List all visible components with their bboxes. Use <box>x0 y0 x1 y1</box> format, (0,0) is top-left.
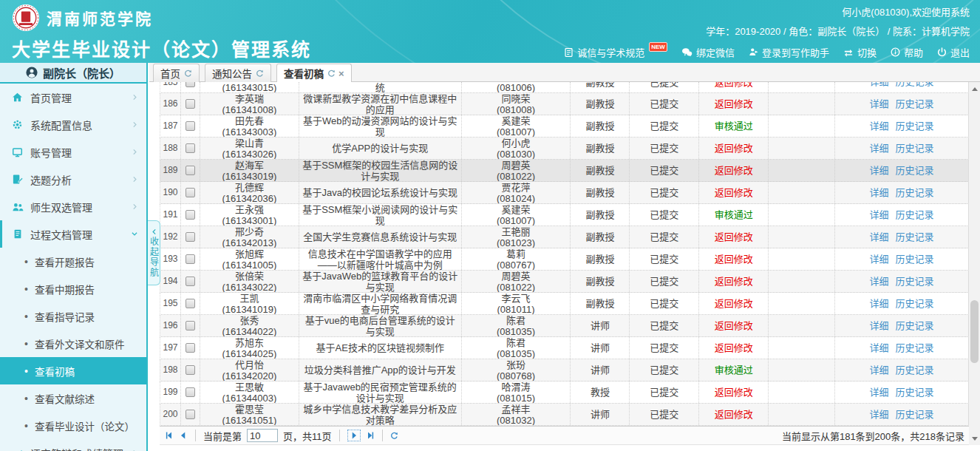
detail-link[interactable]: 详细 <box>870 364 889 376</box>
history-link[interactable]: 历史记录 <box>896 82 934 87</box>
row-checkbox[interactable] <box>186 387 195 397</box>
detail-link[interactable]: 详细 <box>870 187 889 198</box>
detail-link[interactable]: 详细 <box>870 209 889 220</box>
topmenu-switch[interactable]: 切换 <box>843 45 877 59</box>
history-link[interactable]: 历史记录 <box>896 121 934 132</box>
row-checkbox[interactable] <box>186 254 195 264</box>
history-link[interactable]: 历史记录 <box>896 143 934 154</box>
close-icon[interactable]: × <box>338 68 344 79</box>
topmenu-logout[interactable]: 退出 <box>937 45 970 59</box>
detail-link[interactable]: 详细 <box>870 254 889 265</box>
detail-link[interactable]: 详细 <box>870 276 889 287</box>
history-link[interactable]: 历史记录 <box>896 320 934 331</box>
row-checkbox[interactable] <box>186 410 195 419</box>
history-link[interactable]: 历史记录 <box>896 187 934 198</box>
row-checkbox[interactable] <box>186 99 195 109</box>
topmenu-label: 诚信与学术规范 <box>577 45 644 59</box>
detail-link[interactable]: 详细 <box>870 98 889 109</box>
sidebar-item-review-grades[interactable]: 评审答辩和成绩管理 <box>0 439 146 451</box>
sidebar-subitem[interactable]: •查看指导记录 <box>0 302 146 330</box>
detail-link[interactable]: 详细 <box>870 143 889 154</box>
rank-cell: 副教授 <box>571 82 630 92</box>
sidebar-subitem[interactable]: •查看毕业设计（论文） <box>0 412 146 439</box>
detail-link[interactable]: 详细 <box>870 409 889 420</box>
sidebar-subitem-label: 查看指导记录 <box>35 309 95 324</box>
topmenu-integrity[interactable]: 诚信与学术规范NEW <box>564 45 667 59</box>
row-number-text: 193 <box>163 254 177 265</box>
sidebar-item-topic-analysis[interactable]: 选题分析 <box>0 166 146 193</box>
row-checkbox[interactable] <box>186 82 195 87</box>
topmenu-help[interactable]: 帮助 <box>891 45 923 59</box>
row-checkbox[interactable] <box>186 277 195 286</box>
new-badge: NEW <box>649 42 667 52</box>
scroll-up-button[interactable] <box>969 83 980 95</box>
tab-home[interactable]: 首页 <box>153 64 200 82</box>
refresh-grid-button[interactable] <box>390 432 398 440</box>
history-link[interactable]: 历史记录 <box>896 209 934 220</box>
row-checkbox[interactable] <box>186 365 195 375</box>
sidebar-subitem[interactable]: •查看初稿 <box>0 357 146 384</box>
review-cell: 审核通过 <box>699 115 769 137</box>
page-number-input[interactable] <box>247 429 278 442</box>
sidebar-item-process-docs[interactable]: 过程文档管理 <box>0 220 146 248</box>
row-checkbox[interactable] <box>186 188 195 197</box>
row-checkbox[interactable] <box>186 210 195 220</box>
detail-link[interactable]: 详细 <box>870 387 889 398</box>
row-checkbox[interactable] <box>186 343 195 353</box>
row-checkbox[interactable] <box>186 299 195 308</box>
sidebar-item-pairing[interactable]: 师生双选管理 <box>0 193 146 220</box>
history-link[interactable]: 历史记录 <box>896 409 934 420</box>
student-name: 梁山青 <box>235 138 264 149</box>
scrollbar-thumb[interactable] <box>970 300 979 363</box>
sidebar-item-system-config[interactable]: 系统配置信息 <box>0 111 146 138</box>
detail-link[interactable]: 详细 <box>870 121 889 132</box>
history-link[interactable]: 历史记录 <box>896 254 934 265</box>
history-link[interactable]: 历史记录 <box>896 342 934 353</box>
status-cell: 已提交 <box>630 382 699 403</box>
sidebar-item-accounts[interactable]: 账号管理 <box>0 138 146 166</box>
history-link[interactable]: 历史记录 <box>896 98 934 109</box>
collapse-nav-handle[interactable]: 收起导航 <box>148 220 160 285</box>
prev-page-button[interactable] <box>179 431 188 440</box>
row-checkbox[interactable] <box>186 121 195 131</box>
sidebar-subitem[interactable]: •查看中期报告 <box>0 275 146 302</box>
topmenu-writing-assistant[interactable]: 登录到写作助手 <box>749 45 829 59</box>
row-number-text: 195 <box>163 298 177 309</box>
scroll-down-button[interactable] <box>969 433 980 444</box>
sidebar-subitem-label: 查看开题报告 <box>35 254 95 269</box>
detail-link[interactable]: 详细 <box>870 231 889 243</box>
tab-first-draft[interactable]: 查看初稿× <box>276 64 352 82</box>
sidebar-subitem[interactable]: •查看文献综述 <box>0 384 146 412</box>
detail-link[interactable]: 详细 <box>870 165 889 176</box>
student-name: 王思敏 <box>235 382 264 393</box>
history-link[interactable]: 历史记录 <box>896 364 934 376</box>
history-link[interactable]: 历史记录 <box>896 165 934 176</box>
detail-link[interactable]: 详细 <box>870 298 889 309</box>
row-checkbox[interactable] <box>186 166 195 175</box>
teacher-id: (081022) <box>497 171 535 182</box>
sidebar-subitem[interactable]: •查看开题报告 <box>0 248 146 275</box>
detail-link[interactable]: 详细 <box>870 320 889 331</box>
row-checkbox[interactable] <box>186 321 195 330</box>
first-page-button[interactable] <box>165 431 174 440</box>
history-link[interactable]: 历史记录 <box>896 387 934 398</box>
history-link[interactable]: 历史记录 <box>896 298 934 309</box>
topmenu-wechat[interactable]: 绑定微信 <box>681 45 735 59</box>
history-link[interactable]: 历史记录 <box>896 276 934 287</box>
power-icon <box>937 47 947 57</box>
last-page-button[interactable] <box>366 431 375 440</box>
row-checkbox[interactable] <box>186 143 195 153</box>
home-icon <box>11 92 24 103</box>
tab-notices[interactable]: 通知公告 <box>205 64 271 82</box>
next-page-button[interactable] <box>350 431 358 440</box>
row-checkbox[interactable] <box>186 232 195 242</box>
sidebar-item-label: 首页管理 <box>30 90 72 105</box>
rank-cell: 副教授 <box>571 248 630 270</box>
detail-link[interactable]: 详细 <box>870 342 889 353</box>
sidebar-subitem[interactable]: •查看外文译文和原件 <box>0 330 146 357</box>
history-link[interactable]: 历史记录 <box>896 231 934 243</box>
vertical-scrollbar[interactable] <box>968 82 980 445</box>
detail-link[interactable]: 详细 <box>870 82 889 87</box>
sidebar-item-home[interactable]: 首页管理 <box>0 84 146 111</box>
review-status: 返回修改 <box>715 409 753 420</box>
